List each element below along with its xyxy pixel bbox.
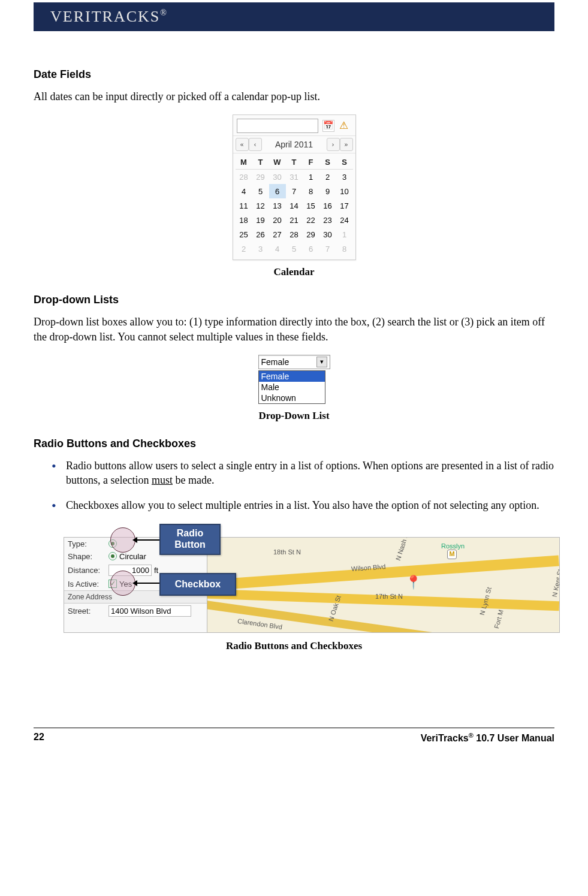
cal-day-cell[interactable]: 28 bbox=[286, 227, 303, 242]
calendar-table: MTWTFSS 28293031123456789101112131415161… bbox=[236, 155, 353, 256]
street-label: Fort M bbox=[493, 609, 505, 629]
callout-arrow bbox=[134, 583, 159, 584]
cal-day-cell[interactable]: 16 bbox=[319, 198, 336, 213]
dropdown-item[interactable]: Male bbox=[259, 382, 325, 393]
metro-icon: M bbox=[447, 550, 457, 559]
heading-radio-checkbox: Radio Buttons and Checkboxes bbox=[34, 438, 554, 450]
cal-day-cell[interactable]: 24 bbox=[336, 213, 353, 227]
dropdown-item[interactable]: Unknown bbox=[259, 393, 325, 403]
callout-checkbox: Checkbox bbox=[159, 573, 236, 596]
cal-day-cell[interactable]: 14 bbox=[286, 198, 303, 213]
cal-day-cell[interactable]: 4 bbox=[236, 184, 252, 198]
cal-day-cell[interactable]: 6 bbox=[269, 184, 286, 198]
brand-header: VERITRACKS® bbox=[34, 2, 554, 31]
cal-day-cell[interactable]: 17 bbox=[336, 198, 353, 213]
heading-dropdown: Drop-down Lists bbox=[34, 294, 554, 306]
cal-day-cell[interactable]: 3 bbox=[336, 170, 353, 185]
street-input[interactable] bbox=[108, 605, 191, 617]
cal-dow-cell: T bbox=[286, 155, 303, 170]
paragraph-dropdown: Drop-down list boxes allow you to: (1) t… bbox=[34, 315, 554, 344]
cal-day-cell[interactable]: 12 bbox=[252, 198, 269, 213]
street-label: N Nash St bbox=[394, 537, 411, 562]
cal-day-cell[interactable]: 7 bbox=[319, 242, 336, 256]
cal-day-cell[interactable]: 3 bbox=[252, 242, 269, 256]
cal-day-cell[interactable]: 25 bbox=[236, 227, 252, 242]
cal-day-cell[interactable]: 2 bbox=[236, 242, 252, 256]
street-label: N Kent St bbox=[551, 569, 560, 598]
cal-day-cell[interactable]: 30 bbox=[319, 227, 336, 242]
cal-day-cell[interactable]: 31 bbox=[286, 170, 303, 185]
cal-day-cell[interactable]: 11 bbox=[236, 198, 252, 213]
map-marker-icon: 📍 bbox=[405, 575, 421, 590]
callout-arrow bbox=[134, 539, 159, 541]
cal-month-label[interactable]: April 2011 bbox=[262, 140, 327, 149]
cal-day-cell[interactable]: 29 bbox=[252, 170, 269, 185]
heading-date-fields: Date Fields bbox=[34, 68, 554, 81]
label-street: Street: bbox=[68, 607, 108, 616]
cal-first-button[interactable]: « bbox=[236, 138, 249, 151]
cal-day-cell[interactable]: 10 bbox=[336, 184, 353, 198]
cal-day-cell[interactable]: 30 bbox=[269, 170, 286, 185]
callout-radio-button: Radio Button bbox=[159, 524, 221, 555]
cal-prev-button[interactable]: ‹ bbox=[249, 138, 262, 151]
dropdown-figure: Female ▾ FemaleMaleUnknown bbox=[34, 355, 554, 404]
calendar-widget: 📅 ⚠ « ‹ April 2011 › » MTWTFSS 282930311… bbox=[233, 114, 356, 260]
dropdown-list: FemaleMaleUnknown bbox=[258, 370, 325, 404]
cal-day-cell[interactable]: 5 bbox=[286, 242, 303, 256]
street-label: 17th St N bbox=[375, 593, 403, 600]
cal-day-cell[interactable]: 2 bbox=[319, 170, 336, 185]
cal-day-cell[interactable]: 8 bbox=[336, 242, 353, 256]
cal-day-cell[interactable]: 8 bbox=[303, 184, 319, 198]
page-number: 22 bbox=[34, 732, 44, 744]
cal-dow-cell: M bbox=[236, 155, 252, 170]
cal-dow-cell: W bbox=[269, 155, 286, 170]
chevron-down-icon[interactable]: ▾ bbox=[316, 357, 327, 367]
cal-day-cell[interactable]: 18 bbox=[236, 213, 252, 227]
cal-day-cell[interactable]: 1 bbox=[303, 170, 319, 185]
cal-day-cell[interactable]: 13 bbox=[269, 198, 286, 213]
label-distance: Distance: bbox=[68, 566, 108, 575]
calendar-caption: Calendar bbox=[34, 266, 554, 278]
cal-dow-cell: F bbox=[303, 155, 319, 170]
cal-day-cell[interactable]: 5 bbox=[252, 184, 269, 198]
cal-day-cell[interactable]: 21 bbox=[286, 213, 303, 227]
dropdown-box[interactable]: Female ▾ bbox=[258, 355, 330, 369]
cal-day-cell[interactable]: 6 bbox=[303, 242, 319, 256]
cal-dow-cell: S bbox=[319, 155, 336, 170]
cal-day-cell[interactable]: 28 bbox=[236, 170, 252, 185]
map-area[interactable]: 18th St N Wilson Blvd Clarendon Blvd 17t… bbox=[207, 537, 560, 633]
station-label: Rosslyn bbox=[441, 542, 465, 550]
cal-day-cell[interactable]: 15 bbox=[303, 198, 319, 213]
cal-day-cell[interactable]: 19 bbox=[252, 213, 269, 227]
date-input[interactable] bbox=[237, 119, 318, 133]
cal-day-cell[interactable]: 22 bbox=[303, 213, 319, 227]
cal-day-cell[interactable]: 20 bbox=[269, 213, 286, 227]
street-label: 18th St N bbox=[273, 548, 301, 556]
radio-checkbox-figure: Type: Shape: Circular Distance: ft Is Ac… bbox=[64, 524, 560, 633]
cal-day-cell[interactable]: 26 bbox=[252, 227, 269, 242]
cal-day-cell[interactable]: 27 bbox=[269, 227, 286, 242]
calendar-icon[interactable]: 📅 bbox=[322, 120, 334, 132]
reg-mark: ® bbox=[160, 8, 168, 17]
cal-day-cell[interactable]: 7 bbox=[286, 184, 303, 198]
brand-text: VERITRACKS bbox=[50, 8, 160, 25]
cal-day-cell[interactable]: 29 bbox=[303, 227, 319, 242]
bullet-item: Checkboxes allow you to select multiple … bbox=[66, 498, 554, 512]
bullet-item: Radio buttons allow users to select a si… bbox=[66, 458, 554, 488]
cal-day-cell[interactable]: 1 bbox=[336, 227, 353, 242]
cal-dow-cell: S bbox=[336, 155, 353, 170]
distance-unit: ft bbox=[154, 566, 158, 575]
cal-day-cell[interactable]: 23 bbox=[319, 213, 336, 227]
cal-next-button[interactable]: › bbox=[327, 138, 340, 151]
brand-logo: VERITRACKS® bbox=[50, 8, 168, 26]
cal-day-cell[interactable]: 9 bbox=[319, 184, 336, 198]
label-type: Type: bbox=[68, 539, 108, 548]
cal-day-cell[interactable]: 4 bbox=[269, 242, 286, 256]
calendar-figure: 📅 ⚠ « ‹ April 2011 › » MTWTFSS 282930311… bbox=[34, 114, 554, 260]
dropdown-item[interactable]: Female bbox=[259, 371, 325, 382]
cal-last-button[interactable]: » bbox=[340, 138, 353, 151]
label-shape: Shape: bbox=[68, 552, 108, 561]
shape-radio-circular[interactable] bbox=[108, 552, 117, 560]
page-footer: 22 VeriTracks® 10.7 User Manual bbox=[34, 728, 554, 762]
cal-dow-cell: T bbox=[252, 155, 269, 170]
